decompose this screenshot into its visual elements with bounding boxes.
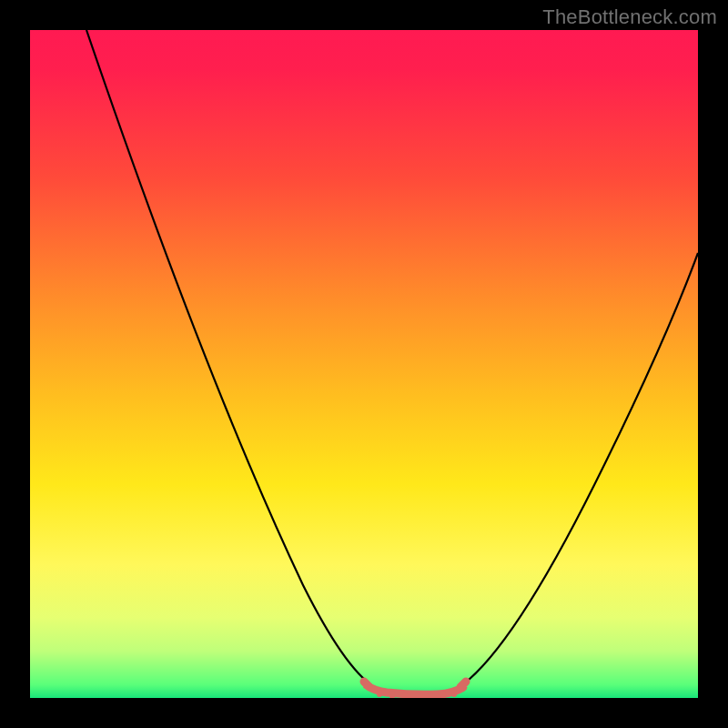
watermark-text: TheBottleneck.com — [542, 5, 717, 29]
left-curve — [86, 30, 374, 687]
right-curve — [460, 253, 698, 687]
plot-area — [30, 30, 698, 698]
highlight-ticks — [379, 692, 454, 697]
chart-frame: TheBottleneck.com — [0, 0, 728, 728]
curve-layer — [30, 30, 698, 698]
